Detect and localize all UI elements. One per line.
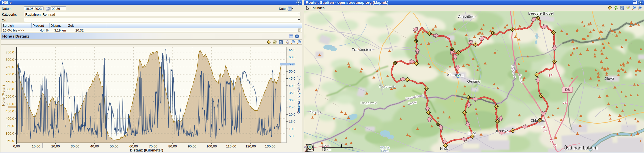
svg-text:74: 74 [543,129,547,133]
svg-text:50,00: 50,00 [110,144,118,148]
svg-text:26: 26 [451,48,453,50]
svg-text:700,0: 700,0 [6,72,14,76]
svg-text:D8: D8 [565,88,570,92]
svg-text:100,00: 100,00 [206,144,217,148]
svg-text:850,0: 850,0 [6,50,14,54]
svg-text:Altenberg: Altenberg [447,73,464,77]
svg-text:30,0: 30,0 [289,98,295,102]
svg-text:15: 15 [463,111,466,114]
svg-text:13: 13 [495,105,498,108]
svg-text:Töpferwald: Töpferwald [379,85,396,88]
svg-text:Geising: Geising [467,79,481,83]
svg-text:90,00: 90,00 [188,144,197,148]
svg-text:Ringelwald: Ringelwald [361,101,377,105]
svg-text:21: 21 [406,78,409,81]
svg-text:Glashütte: Glashütte [458,14,474,19]
svg-text:14: 14 [467,97,470,99]
svg-text:500,0: 500,0 [6,102,14,106]
svg-text:1: 1 [458,51,459,54]
svg-text:25,0: 25,0 [289,105,295,109]
svg-text:Jílové: Jílové [604,77,614,81]
svg-text:72: 72 [550,139,554,142]
svg-text:60,00: 60,00 [129,144,138,148]
svg-text:Berggießhübel: Berggießhübel [528,11,554,15]
svg-text:9: 9 [541,95,542,97]
svg-text:87: 87 [548,74,552,77]
svg-text:60,0: 60,0 [289,55,295,59]
svg-text:10,0: 10,0 [289,127,295,131]
svg-text:24: 24 [415,40,417,42]
svg-text:80: 80 [563,101,567,105]
svg-text:10: 10 [539,119,541,121]
svg-text:Geschwindigkeit (km/h): Geschwindigkeit (km/h) [297,75,300,114]
svg-text:18: 18 [437,123,439,125]
svg-text:250,0: 250,0 [6,139,14,143]
svg-text:350,0: 350,0 [6,124,14,128]
svg-text:72: 72 [553,144,557,147]
svg-text:80,00: 80,00 [168,144,177,148]
svg-text:23: 23 [415,62,418,65]
svg-text:30,00: 30,00 [71,144,79,148]
svg-text:55,0: 55,0 [289,62,295,66]
svg-text:Distanz (Kilometer): Distanz (Kilometer) [130,148,163,152]
svg-text:20: 20 [425,87,428,89]
svg-text:Hrob: Hrob [440,146,448,150]
svg-text:550,0: 550,0 [6,95,14,98]
svg-text:Höhe (Meter): Höhe (Meter) [2,85,5,106]
svg-text:Chlumec: Chlumec [530,118,545,123]
svg-text:600,0: 600,0 [6,87,14,91]
svg-text:65,0: 65,0 [289,48,295,52]
svg-text:Sayda: Sayda [310,110,321,114]
svg-text:120,00: 120,00 [245,144,256,148]
svg-text:19: 19 [427,111,430,114]
svg-text:5 km: 5 km [324,148,331,151]
svg-text:40,00: 40,00 [90,144,99,148]
svg-text:16: 16 [471,135,474,137]
svg-text:6: 6 [553,31,554,34]
svg-text:8: 8 [536,73,538,76]
svg-text:22: 22 [394,62,396,64]
svg-text:12: 12 [496,120,499,123]
svg-text:2: 2 [475,43,476,45]
svg-text:11: 11 [512,129,514,132]
svg-text:70,00: 70,00 [149,144,157,148]
svg-text:450,0: 450,0 [6,109,14,113]
svg-text:2 mi: 2 mi [324,144,330,148]
svg-text:3: 3 [493,32,494,34]
svg-text:74: 74 [541,125,545,129]
svg-text:20,00: 20,00 [51,144,60,148]
svg-text:50,0: 50,0 [289,70,295,73]
svg-text:7: 7 [554,60,555,63]
svg-text:Obora: Obora [380,145,390,149]
svg-text:15,0: 15,0 [289,120,295,124]
svg-text:25: 25 [428,32,431,35]
svg-text:20,0: 20,0 [289,113,295,116]
svg-text:130,00: 130,00 [265,144,275,148]
svg-text:300,0: 300,0 [6,132,14,135]
svg-text:400,0: 400,0 [6,117,14,120]
svg-text:40,0: 40,0 [289,84,295,88]
svg-text:Frauenstein: Frauenstein [352,47,372,52]
svg-text:45,0: 45,0 [289,77,295,80]
svg-text:10,00: 10,00 [32,144,40,148]
svg-text:5: 5 [537,17,539,19]
svg-text:4: 4 [512,28,513,30]
svg-text:35,0: 35,0 [289,91,295,95]
svg-text:Fláje: Fláje [381,149,388,152]
svg-text:650,0: 650,0 [6,80,14,84]
svg-text:800,0: 800,0 [6,58,14,62]
svg-text:5,0: 5,0 [289,134,294,138]
svg-text:750,0: 750,0 [6,65,14,69]
svg-text:Ústí nad Labem: Ústí nad Labem [564,145,598,150]
svg-text:17: 17 [444,144,447,147]
svg-text:110,00: 110,00 [226,144,236,148]
svg-text:0,00: 0,00 [13,144,20,148]
